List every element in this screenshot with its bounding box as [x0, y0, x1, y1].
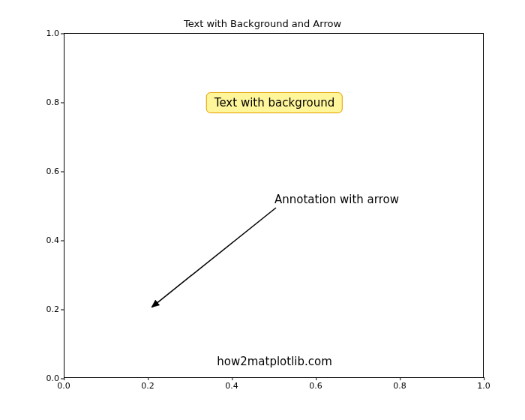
- ytick: 0.4: [41, 236, 59, 245]
- xtick: 0.4: [225, 381, 238, 391]
- ytick: 0.8: [41, 98, 59, 107]
- annotation-arrow: [64, 34, 484, 379]
- ytick: 0.6: [41, 166, 59, 176]
- ytick-label: 0.2: [46, 304, 60, 314]
- xtick-label: 0.8: [393, 381, 406, 391]
- ytick-label: 0.0: [46, 374, 60, 383]
- axes: Text with background how2matplotlib.com …: [64, 33, 484, 378]
- ytick: 0.2: [41, 304, 59, 314]
- xtick: 0.6: [309, 381, 322, 391]
- xtick-label: 0.6: [309, 381, 322, 391]
- svg-line-0: [152, 208, 276, 307]
- watermark-text: how2matplotlib.com: [217, 355, 332, 368]
- xtick-label: 0.2: [141, 381, 154, 391]
- xtick-label: 1.0: [477, 381, 490, 391]
- ytick: 0.0: [41, 374, 59, 383]
- ytick: 1.0: [41, 28, 59, 38]
- ytick-label: 0.6: [46, 166, 60, 176]
- ytick-label: 0.8: [46, 98, 60, 107]
- ytick-label: 0.4: [46, 236, 60, 245]
- ytick-label: 1.0: [46, 28, 60, 38]
- xtick: 1.0: [477, 381, 490, 391]
- annotation-label: Annotation with arrow: [274, 193, 399, 206]
- chart-title: Text with Background and Arrow: [0, 18, 525, 29]
- xtick-label: 0.4: [225, 381, 238, 391]
- text-with-background: Text with background: [206, 92, 343, 113]
- figure: Text with Background and Arrow Text with…: [0, 0, 525, 420]
- xtick: 0.8: [393, 381, 406, 391]
- xtick: 0.2: [141, 381, 154, 391]
